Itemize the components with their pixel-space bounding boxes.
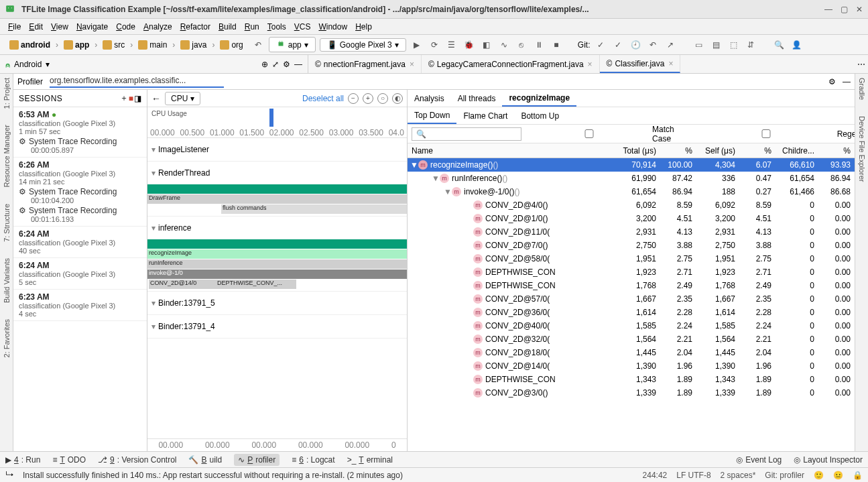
call-tree-row[interactable]: mCONV_2D@1/0()3,2004.513,2004.5100.00 <box>408 212 855 225</box>
menu-build[interactable]: Build <box>216 21 239 33</box>
expand-icon[interactable]: ⤢ <box>272 60 279 69</box>
minimize-tool-icon[interactable]: — <box>294 60 302 69</box>
column-header[interactable]: Total (μs) <box>617 146 660 156</box>
tabs-dropdown-icon[interactable]: ⋯ <box>857 60 865 69</box>
minimize-icon[interactable]: — <box>843 77 851 86</box>
face-ok-icon[interactable]: 🙂 <box>814 471 824 480</box>
editor-tab[interactable]: ©Classifier.java× <box>600 55 681 73</box>
menu-refactor[interactable]: Refactor <box>178 21 213 33</box>
view-tab[interactable]: Top Down <box>408 108 456 124</box>
bottom-tool-layout-inspector[interactable]: ◎ Layout Inspector <box>794 455 863 465</box>
back-icon[interactable]: ← <box>151 93 161 104</box>
breadcrumb[interactable]: androidappsrcmainjavaorg <box>5 39 247 51</box>
editor-tab[interactable]: ©nnectionFragment.java× <box>308 55 422 73</box>
menu-file[interactable]: File <box>5 21 23 33</box>
cpu-combo[interactable]: CPU ▾ <box>165 92 200 105</box>
analysis-tab[interactable]: Analysis <box>408 91 451 106</box>
resource-manager-icon[interactable]: ⬚ <box>727 38 740 52</box>
view-tab[interactable]: Flame Chart <box>456 109 514 123</box>
tool-2--favorites[interactable]: 2: Favorites <box>3 319 11 357</box>
menu-help[interactable]: Help <box>353 21 375 33</box>
call-tree-row[interactable]: mCONV_2D@7/0()2,7503.882,7503.8800.00 <box>408 239 855 252</box>
column-header[interactable]: Name <box>408 146 617 156</box>
tool-build-variants[interactable]: Build Variants <box>3 258 11 303</box>
apply-code-icon[interactable]: ☰ <box>445 38 458 52</box>
call-tree-row[interactable]: mCONV_2D@11/0(2,9314.132,9314.1300.00 <box>408 225 855 239</box>
call-tree-row[interactable]: mCONV_2D@40/0(1,5852.241,5852.2400.00 <box>408 319 855 333</box>
target-icon[interactable]: ⊕ <box>261 60 268 69</box>
dock-icon[interactable]: ◨ <box>134 94 142 103</box>
deselect-all-link[interactable]: Deselect all <box>302 94 344 103</box>
call-tree-row[interactable]: mCONV_2D@14/0(1,3901.961,3901.9600.00 <box>408 359 855 373</box>
avd-manager-icon[interactable]: ▭ <box>692 38 705 52</box>
thread-row[interactable]: ▾RenderThreadDrawFrameflush commands <box>147 162 407 217</box>
call-tree-row[interactable]: mCONV_2D@4/0()6,0928.596,0928.5900.00 <box>408 198 855 212</box>
menu-code[interactable]: Code <box>113 21 138 33</box>
tool-gradle[interactable]: Gradle <box>858 78 866 100</box>
close-tab-icon[interactable]: × <box>410 60 414 69</box>
cpu-usage-chart[interactable]: CPU Usage 00.00000.50001.00001.50002.000… <box>147 107 407 138</box>
call-tree-row[interactable]: mDEPTHWISE_CON1,3431.891,3431.8900.00 <box>408 373 855 386</box>
tool-device-file-explorer[interactable]: Device File Explorer <box>858 116 866 182</box>
view-tab[interactable]: Bottom Up <box>514 109 566 123</box>
call-tree-row[interactable]: mCONV_2D@3/0()1,3391.891,3391.8900.00 <box>408 386 855 400</box>
tool-7--structure[interactable]: 7: Structure <box>3 204 11 242</box>
zoom-fit-icon[interactable]: ○ <box>377 93 388 104</box>
crumb-android[interactable]: android <box>5 39 54 51</box>
gear-icon[interactable]: ⚙ <box>283 60 290 69</box>
gear-icon[interactable]: ⚙ <box>828 77 836 86</box>
column-header[interactable]: % <box>660 146 696 156</box>
face-warn-icon[interactable]: 😐 <box>833 471 843 480</box>
bottom-tool-todo[interactable]: ≡ TODO <box>52 455 86 465</box>
nav-back-icon[interactable]: ↶ <box>251 38 265 52</box>
bottom-tool-event-log[interactable]: ◎ Event Log <box>736 455 782 465</box>
vcs-revert-icon[interactable]: ↶ <box>646 38 660 52</box>
analysis-tab[interactable]: All threads <box>451 91 503 106</box>
stop-session-icon[interactable]: ■ <box>129 94 134 103</box>
thread-row[interactable]: ▾ImageListener <box>147 138 407 162</box>
menu-window[interactable]: Window <box>316 21 350 33</box>
call-tree-row[interactable]: mCONV_2D@32/0(1,5642.211,5642.2100.00 <box>408 333 855 346</box>
menu-navigate[interactable]: Navigate <box>74 21 111 33</box>
debug-icon[interactable]: 🐞 <box>462 38 476 52</box>
caret-position[interactable]: 244:42 <box>643 471 668 480</box>
apply-changes-icon[interactable]: ⟳ <box>428 38 441 52</box>
vcs-update-icon[interactable]: ✓ <box>594 38 607 52</box>
status-arrow-icon[interactable]: ⮡ <box>5 471 13 480</box>
pause-icon[interactable]: ⏸ <box>532 38 546 52</box>
user-icon[interactable]: 👤 <box>790 38 803 52</box>
indent[interactable]: 2 spaces* <box>721 471 756 480</box>
sdk-manager-icon[interactable]: ▤ <box>709 38 723 52</box>
add-session-icon[interactable]: ＋ <box>120 93 129 104</box>
session-item[interactable]: 6:24 AMclassification (Google Pixel 3)5 … <box>13 258 147 290</box>
menu-edit[interactable]: Edit <box>26 21 46 33</box>
encoding[interactable]: LF UTF-8 <box>676 471 710 480</box>
search-input[interactable] <box>412 127 521 141</box>
profiler-package[interactable]: org.tensorflow.lite.examples.classific..… <box>50 76 224 88</box>
call-tree-row[interactable]: ▼minvoke@-1/0() ()61,65486.941880.2761,4… <box>408 185 855 198</box>
zoom-out-icon[interactable]: − <box>348 93 359 104</box>
bottom-tool-build[interactable]: 🔨 Build <box>188 455 222 465</box>
crumb-org[interactable]: org <box>216 39 247 51</box>
lock-icon[interactable]: 🔒 <box>853 471 863 480</box>
editor-tab[interactable]: ©LegacyCameraConnectionFragment.java× <box>422 55 600 73</box>
call-tree-row[interactable]: mCONV_2D@36/0(1,6142.281,6142.2800.00 <box>408 306 855 319</box>
bottom-tool-profiler[interactable]: ∿ Profiler <box>234 454 280 466</box>
call-tree-row[interactable]: mCONV_2D@57/0(1,6672.351,6672.3500.00 <box>408 292 855 306</box>
time-marker[interactable] <box>269 109 273 127</box>
git-branch[interactable]: Git: profiler <box>765 471 804 480</box>
thread-row[interactable]: ▾inferencerecognizeImagerunInferenceinvo… <box>147 217 407 292</box>
analysis-tab[interactable]: recognizeImage <box>502 91 576 107</box>
profile-icon[interactable]: ∿ <box>497 38 511 52</box>
menu-vcs[interactable]: VCS <box>292 21 314 33</box>
call-tree-row[interactable]: mDEPTHWISE_CON1,9232.711,9232.7100.00 <box>408 265 855 279</box>
call-tree[interactable]: ▼mrecognizeImage() ()70,914100.004,3046.… <box>408 158 855 451</box>
zoom-sel-icon[interactable]: ◐ <box>392 93 403 104</box>
session-item[interactable]: 6:23 AMclassification (Google Pixel 3)4 … <box>13 290 147 321</box>
bottom-tool-9--version-control[interactable]: ⎇ 9: Version Control <box>98 455 176 465</box>
device-combo[interactable]: 📱 Google Pixel 3 ▾ <box>320 38 406 52</box>
sync-icon[interactable]: ⇵ <box>744 38 757 52</box>
tool-1--project[interactable]: 1: Project <box>3 78 11 109</box>
tool-resource-manager[interactable]: Resource Manager <box>3 125 11 188</box>
vcs-commit-icon[interactable]: ✓ <box>611 38 625 52</box>
